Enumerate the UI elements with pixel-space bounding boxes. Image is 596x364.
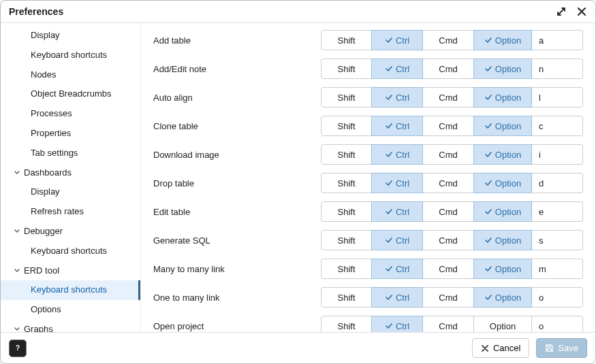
option-toggle[interactable]: Option (473, 59, 532, 79)
ctrl-toggle[interactable]: Ctrl (371, 30, 423, 50)
maximize-icon[interactable] (556, 6, 567, 17)
key-input[interactable]: a (532, 30, 583, 50)
shift-toggle[interactable]: Shift (321, 116, 372, 136)
sidebar-item[interactable]: Display (1, 26, 140, 46)
shift-toggle[interactable]: Shift (321, 30, 372, 50)
key-input[interactable]: s (532, 230, 583, 250)
sidebar[interactable]: DisplayKeyboard shortcutsNodesObject Bre… (1, 23, 141, 332)
cmd-toggle[interactable]: Cmd (422, 30, 474, 50)
option-toggle[interactable]: Option (473, 287, 532, 308)
check-icon (385, 236, 393, 244)
cmd-toggle[interactable]: Cmd (422, 230, 474, 250)
shortcut-row: One to many linkShiftCtrlCmdOptiono (153, 287, 583, 308)
option-toggle[interactable]: Option (473, 201, 532, 222)
shift-toggle[interactable]: Shift (321, 173, 372, 193)
sidebar-section-debugger[interactable]: Debugger (1, 222, 140, 242)
option-toggle[interactable]: Option (473, 87, 532, 107)
sidebar-item[interactable]: Refresh rates (1, 202, 140, 222)
option-label: Option (495, 35, 521, 46)
ctrl-toggle[interactable]: Ctrl (371, 87, 423, 107)
save-icon (545, 344, 554, 352)
option-toggle[interactable]: Option (473, 259, 532, 279)
cmd-toggle[interactable]: Cmd (422, 173, 474, 193)
shift-toggle[interactable]: Shift (321, 201, 372, 222)
cmd-toggle[interactable]: Cmd (422, 287, 474, 308)
option-label: Option (495, 235, 521, 246)
cmd-toggle[interactable]: Cmd (422, 316, 474, 332)
sidebar-section-dashboards[interactable]: Dashboards (1, 163, 140, 183)
option-toggle[interactable]: Option (473, 30, 532, 50)
cmd-toggle[interactable]: Cmd (422, 116, 474, 136)
cmd-toggle[interactable]: Cmd (422, 201, 474, 222)
sidebar-item-label: Refresh rates (31, 205, 84, 219)
key-input[interactable]: d (532, 173, 583, 193)
ctrl-toggle[interactable]: Ctrl (371, 173, 423, 193)
sidebar-item[interactable]: Properties (1, 124, 140, 144)
close-icon[interactable] (576, 6, 587, 17)
option-toggle[interactable]: Option (473, 116, 532, 136)
sidebar-item[interactable]: Tab settings (1, 144, 140, 163)
ctrl-toggle[interactable]: Ctrl (371, 287, 423, 308)
cancel-button[interactable]: Cancel (472, 338, 529, 358)
chevron-down-icon (13, 326, 21, 332)
sidebar-item[interactable]: Keyboard shortcuts (1, 242, 140, 261)
sidebar-item[interactable]: Display (1, 182, 140, 202)
ctrl-toggle[interactable]: Ctrl (371, 259, 423, 279)
key-input[interactable]: o (532, 287, 583, 308)
sidebar-section-graphs[interactable]: Graphs (1, 320, 140, 332)
sidebar-section-label: Debugger (24, 225, 63, 239)
key-input[interactable]: i (532, 144, 583, 165)
cmd-label: Cmd (439, 35, 457, 46)
key-input[interactable]: c (532, 116, 583, 136)
shortcut-row: Add tableShiftCtrlCmdOptiona (153, 30, 583, 50)
key-input[interactable]: l (532, 87, 583, 107)
help-button[interactable]: ? (9, 340, 27, 357)
sidebar-item[interactable]: Keyboard shortcuts (1, 280, 140, 300)
ctrl-toggle[interactable]: Ctrl (371, 316, 423, 332)
cmd-toggle[interactable]: Cmd (422, 144, 474, 165)
shift-toggle[interactable]: Shift (321, 87, 372, 107)
sidebar-section-erd-tool[interactable]: ERD tool (1, 261, 140, 281)
option-toggle[interactable]: Option (473, 230, 532, 250)
ctrl-label: Ctrl (396, 93, 409, 103)
shift-toggle[interactable]: Shift (321, 144, 372, 165)
option-toggle[interactable]: Option (473, 144, 532, 165)
ctrl-toggle[interactable]: Ctrl (371, 116, 423, 136)
sidebar-item-label: Keyboard shortcuts (31, 244, 107, 259)
key-input[interactable]: n (532, 59, 583, 79)
key-value: s (539, 235, 544, 246)
sidebar-item[interactable]: Options (1, 300, 140, 320)
ctrl-toggle[interactable]: Ctrl (371, 144, 423, 165)
key-input[interactable]: m (532, 259, 583, 279)
key-input[interactable]: o (532, 316, 583, 332)
shift-label: Shift (337, 121, 355, 131)
shift-toggle[interactable]: Shift (321, 259, 372, 279)
option-toggle[interactable]: Option (473, 173, 532, 193)
sidebar-item-label: Keyboard shortcuts (31, 283, 107, 297)
cmd-toggle[interactable]: Cmd (422, 87, 474, 107)
title-bar: Preferences (1, 1, 595, 23)
ctrl-toggle[interactable]: Ctrl (371, 230, 423, 250)
shortcut-row: Edit tableShiftCtrlCmdOptione (153, 201, 583, 222)
ctrl-toggle[interactable]: Ctrl (371, 59, 423, 79)
cmd-toggle[interactable]: Cmd (422, 259, 474, 279)
shift-toggle[interactable]: Shift (321, 287, 372, 308)
save-button[interactable]: Save (536, 338, 587, 358)
shift-toggle[interactable]: Shift (321, 59, 372, 79)
option-label: Option (495, 150, 521, 160)
sidebar-item[interactable]: Processes (1, 104, 140, 124)
option-toggle[interactable]: Option (473, 316, 532, 332)
cmd-toggle[interactable]: Cmd (422, 59, 474, 79)
content-panel[interactable]: Add tableShiftCtrlCmdOptionaAdd/Edit not… (141, 23, 595, 332)
sidebar-item[interactable]: Object Breadcrumbs (1, 84, 140, 104)
shift-toggle[interactable]: Shift (321, 316, 372, 332)
shift-toggle[interactable]: Shift (321, 230, 372, 250)
key-input[interactable]: e (532, 201, 583, 222)
ctrl-label: Ctrl (396, 293, 409, 303)
sidebar-item[interactable]: Nodes (1, 65, 140, 85)
ctrl-toggle[interactable]: Ctrl (371, 201, 423, 222)
key-value: l (539, 93, 541, 103)
sidebar-item[interactable]: Keyboard shortcuts (1, 46, 140, 65)
ctrl-label: Ctrl (396, 321, 409, 331)
shortcut-label: Edit table (153, 207, 321, 217)
